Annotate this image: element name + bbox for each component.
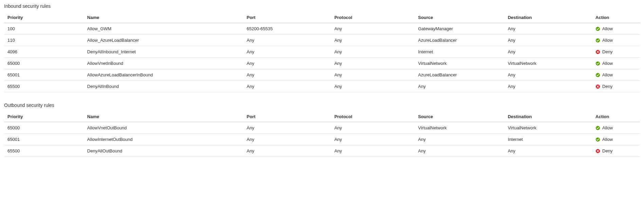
cell-action: Allow [592,134,640,145]
column-header-port[interactable]: Port [243,12,331,23]
action-wrapper: Deny [595,84,637,89]
cell-action: Allow [592,23,640,35]
allow-icon [595,38,600,43]
cell-priority: 65500 [4,145,84,157]
allow-icon [595,137,600,142]
cell-destination: VirtualNetwork [504,58,592,69]
cell-name: AllowInternetOutBound [84,134,243,145]
cell-name: DenyAllInbound_Internet [84,46,243,58]
cell-destination: Any [504,81,592,92]
cell-destination: Any [504,35,592,46]
action-label: Allow [602,137,613,142]
inbound-rules-table: PriorityNamePortProtocolSourceDestinatio… [4,12,640,92]
action-label: Allow [602,61,613,66]
cell-name: Allow_AzureLoadBalancer [84,35,243,46]
action-wrapper: Allow [595,38,637,43]
action-wrapper: Allow [595,72,637,77]
column-header-destination[interactable]: Destination [504,12,592,23]
table-row[interactable]: 65001AllowAzureLoadBalancerInBoundAnyAny… [4,69,640,81]
section-gap [4,92,640,102]
column-header-action[interactable]: Action [592,111,640,122]
column-header-priority[interactable]: Priority [4,12,84,23]
deny-icon [595,149,600,153]
table-row[interactable]: 110Allow_AzureLoadBalancerAnyAnyAzureLoa… [4,35,640,46]
deny-icon [595,50,600,54]
cell-priority: 65001 [4,69,84,81]
cell-priority: 65001 [4,134,84,145]
cell-port: Any [243,69,331,81]
cell-protocol: Any [331,46,415,58]
column-header-source[interactable]: Source [415,12,504,23]
cell-destination: VirtualNetwork [504,122,592,134]
table-row[interactable]: 65000AllowVnetInBoundAnyAnyVirtualNetwor… [4,58,640,69]
cell-source: Any [415,81,504,92]
inbound-rules-title: Inbound security rules [4,3,640,12]
cell-protocol: Any [331,145,415,157]
action-wrapper: Allow [595,26,637,31]
cell-port: Any [243,122,331,134]
deny-icon [595,84,600,89]
action-label: Deny [602,49,612,54]
cell-port: Any [243,134,331,145]
cell-destination: Internet [504,134,592,145]
table-row[interactable]: 65001AllowInternetOutBoundAnyAnyAnyInter… [4,134,640,145]
cell-protocol: Any [331,23,415,35]
cell-priority: 65500 [4,81,84,92]
cell-name: AllowVnetInBound [84,58,243,69]
action-label: Allow [602,125,613,130]
cell-priority: 65000 [4,122,84,134]
column-header-name[interactable]: Name [84,111,243,122]
table-row[interactable]: 65000AllowVnetOutBoundAnyAnyVirtualNetwo… [4,122,640,134]
cell-action: Deny [592,145,640,157]
cell-priority: 65000 [4,58,84,69]
action-label: Allow [602,72,613,77]
cell-action: Allow [592,58,640,69]
cell-source: VirtualNetwork [415,58,504,69]
cell-action: Allow [592,35,640,46]
table-row[interactable]: 65500DenyAllOutBoundAnyAnyAnyAnyDeny [4,145,640,157]
action-wrapper: Allow [595,137,637,142]
column-header-port[interactable]: Port [243,111,331,122]
cell-source: GatewayManager [415,23,504,35]
action-wrapper: Allow [595,125,637,130]
action-wrapper: Deny [595,49,637,54]
cell-protocol: Any [331,134,415,145]
column-header-protocol[interactable]: Protocol [331,111,415,122]
cell-source: Any [415,145,504,157]
cell-port: Any [243,81,331,92]
column-header-priority[interactable]: Priority [4,111,84,122]
cell-protocol: Any [331,122,415,134]
action-wrapper: Deny [595,148,637,153]
action-label: Deny [602,148,612,153]
table-row[interactable]: 4096DenyAllInbound_InternetAnyAnyInterne… [4,46,640,58]
table-row[interactable]: 100Allow_GWM65200-65535AnyGatewayManager… [4,23,640,35]
cell-priority: 100 [4,23,84,35]
column-header-action[interactable]: Action [592,12,640,23]
cell-source: VirtualNetwork [415,122,504,134]
cell-destination: Any [504,23,592,35]
cell-action: Allow [592,122,640,134]
table-row[interactable]: 65500DenyAllInBoundAnyAnyAnyAnyDeny [4,81,640,92]
action-wrapper: Allow [595,61,637,66]
cell-name: AllowAzureLoadBalancerInBound [84,69,243,81]
column-header-protocol[interactable]: Protocol [331,12,415,23]
action-label: Allow [602,38,613,43]
allow-icon [595,61,600,66]
column-header-destination[interactable]: Destination [504,111,592,122]
cell-action: Deny [592,46,640,58]
outbound-rules-title: Outbound security rules [4,102,640,111]
action-label: Deny [602,84,612,89]
cell-protocol: Any [331,81,415,92]
cell-port: Any [243,145,331,157]
cell-destination: Any [504,145,592,157]
column-header-source[interactable]: Source [415,111,504,122]
cell-port: Any [243,35,331,46]
cell-source: AzureLoadBalancer [415,35,504,46]
cell-action: Deny [592,81,640,92]
cell-priority: 110 [4,35,84,46]
cell-port: 65200-65535 [243,23,331,35]
outbound-rules-table: PriorityNamePortProtocolSourceDestinatio… [4,111,640,157]
cell-name: Allow_GWM [84,23,243,35]
column-header-name[interactable]: Name [84,12,243,23]
cell-action: Allow [592,69,640,81]
